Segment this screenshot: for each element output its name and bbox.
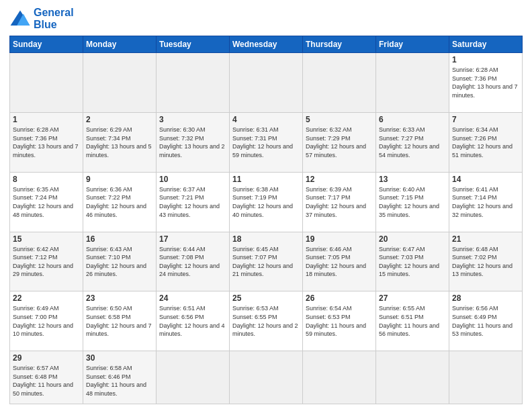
calendar-cell: 15Sunrise: 6:42 AMSunset: 7:12 PMDayligh…	[10, 232, 83, 291]
calendar-cell: 28Sunrise: 6:56 AMSunset: 6:49 PMDayligh…	[449, 291, 523, 351]
day-info: Sunrise: 6:45 AMSunset: 7:07 PMDaylight:…	[232, 245, 300, 279]
calendar-cell: 17Sunrise: 6:44 AMSunset: 7:08 PMDayligh…	[157, 232, 230, 291]
col-tuesday: Tuesday	[157, 36, 230, 53]
calendar-cell: 13Sunrise: 6:40 AMSunset: 7:15 PMDayligh…	[376, 172, 449, 232]
day-number: 29	[13, 353, 80, 363]
calendar-cell: 5Sunrise: 6:32 AMSunset: 7:29 PMDaylight…	[303, 113, 376, 173]
calendar-cell	[230, 351, 303, 404]
day-number: 25	[232, 293, 300, 303]
day-number: 18	[232, 234, 300, 244]
day-info: Sunrise: 6:33 AMSunset: 7:27 PMDaylight:…	[379, 126, 446, 159]
day-info: Sunrise: 6:56 AMSunset: 6:49 PMDaylight:…	[452, 304, 519, 338]
logo-icon	[9, 9, 31, 28]
calendar-row: 15Sunrise: 6:42 AMSunset: 7:12 PMDayligh…	[10, 232, 523, 291]
calendar-cell: 26Sunrise: 6:54 AMSunset: 6:53 PMDayligh…	[303, 291, 376, 351]
calendar-cell: 21Sunrise: 6:48 AMSunset: 7:02 PMDayligh…	[449, 232, 523, 291]
day-number: 22	[13, 293, 80, 303]
calendar-cell: 10Sunrise: 6:37 AMSunset: 7:21 PMDayligh…	[157, 172, 230, 232]
day-number: 30	[86, 353, 153, 363]
day-number: 24	[159, 293, 226, 303]
day-number: 8	[13, 175, 80, 184]
day-number: 6	[379, 115, 446, 124]
calendar-row: 29Sunrise: 6:57 AMSunset: 6:48 PMDayligh…	[10, 351, 523, 404]
day-number: 1	[452, 55, 519, 64]
day-number: 20	[379, 234, 446, 244]
day-info: Sunrise: 6:44 AMSunset: 7:08 PMDaylight:…	[159, 245, 226, 279]
col-friday: Friday	[376, 36, 449, 53]
day-number: 21	[452, 234, 519, 244]
col-sunday: Sunday	[10, 36, 83, 53]
day-info: Sunrise: 6:34 AMSunset: 7:26 PMDaylight:…	[452, 126, 519, 159]
page: General Blue Sunday Monday Tuesday Wedne…	[0, 0, 532, 411]
calendar-row: 22Sunrise: 6:49 AMSunset: 7:00 PMDayligh…	[10, 291, 523, 351]
day-info: Sunrise: 6:51 AMSunset: 6:56 PMDaylight:…	[159, 304, 226, 338]
calendar-cell: 30Sunrise: 6:58 AMSunset: 6:46 PMDayligh…	[83, 351, 157, 404]
calendar-row: 1Sunrise: 6:28 AMSunset: 7:36 PMDaylight…	[10, 113, 523, 173]
day-info: Sunrise: 6:58 AMSunset: 6:46 PMDaylight:…	[86, 364, 153, 398]
day-number: 3	[159, 115, 226, 124]
calendar-cell: 23Sunrise: 6:50 AMSunset: 6:58 PMDayligh…	[83, 291, 157, 351]
day-info: Sunrise: 6:54 AMSunset: 6:53 PMDaylight:…	[306, 304, 373, 338]
logo-text: General Blue	[34, 7, 74, 30]
header-row: Sunday Monday Tuesday Wednesday Thursday…	[10, 36, 523, 53]
calendar-cell: 7Sunrise: 6:34 AMSunset: 7:26 PMDaylight…	[449, 113, 523, 173]
calendar-cell	[157, 53, 230, 113]
day-number: 4	[232, 115, 300, 124]
calendar-cell	[83, 53, 157, 113]
day-number: 16	[86, 234, 153, 244]
calendar-cell: 2Sunrise: 6:29 AMSunset: 7:34 PMDaylight…	[83, 113, 157, 173]
day-number: 27	[379, 293, 446, 303]
calendar-cell: 25Sunrise: 6:53 AMSunset: 6:55 PMDayligh…	[230, 291, 303, 351]
day-number: 1	[13, 115, 80, 124]
day-number: 11	[232, 175, 300, 184]
logo: General Blue	[9, 7, 74, 30]
calendar-cell: 11Sunrise: 6:38 AMSunset: 7:19 PMDayligh…	[230, 172, 303, 232]
calendar-cell	[157, 351, 230, 404]
col-saturday: Saturday	[449, 36, 523, 53]
day-info: Sunrise: 6:53 AMSunset: 6:55 PMDaylight:…	[232, 304, 300, 338]
day-info: Sunrise: 6:42 AMSunset: 7:12 PMDaylight:…	[13, 245, 80, 279]
calendar-cell: 16Sunrise: 6:43 AMSunset: 7:10 PMDayligh…	[83, 232, 157, 291]
day-number: 2	[86, 115, 153, 124]
day-info: Sunrise: 6:41 AMSunset: 7:14 PMDaylight:…	[452, 185, 519, 219]
day-info: Sunrise: 6:32 AMSunset: 7:29 PMDaylight:…	[306, 126, 373, 159]
calendar-cell: 4Sunrise: 6:31 AMSunset: 7:31 PMDaylight…	[230, 113, 303, 173]
day-info: Sunrise: 6:37 AMSunset: 7:21 PMDaylight:…	[159, 185, 226, 219]
calendar-cell: 27Sunrise: 6:55 AMSunset: 6:51 PMDayligh…	[376, 291, 449, 351]
day-number: 10	[159, 175, 226, 184]
calendar-cell	[10, 53, 83, 113]
calendar-cell	[303, 53, 376, 113]
calendar-cell: 1Sunrise: 6:28 AMSunset: 7:36 PMDaylight…	[10, 113, 83, 173]
calendar-cell: 8Sunrise: 6:35 AMSunset: 7:24 PMDaylight…	[10, 172, 83, 232]
calendar-row: 8Sunrise: 6:35 AMSunset: 7:24 PMDaylight…	[10, 172, 523, 232]
header: General Blue	[9, 7, 523, 30]
day-info: Sunrise: 6:39 AMSunset: 7:17 PMDaylight:…	[306, 185, 373, 219]
day-info: Sunrise: 6:47 AMSunset: 7:03 PMDaylight:…	[379, 245, 446, 279]
day-info: Sunrise: 6:48 AMSunset: 7:02 PMDaylight:…	[452, 245, 519, 279]
day-number: 17	[159, 234, 226, 244]
day-number: 7	[452, 115, 519, 124]
day-info: Sunrise: 6:55 AMSunset: 6:51 PMDaylight:…	[379, 304, 446, 338]
col-wednesday: Wednesday	[230, 36, 303, 53]
day-number: 19	[306, 234, 373, 244]
calendar-cell	[376, 53, 449, 113]
day-info: Sunrise: 6:36 AMSunset: 7:22 PMDaylight:…	[86, 185, 153, 219]
calendar-cell: 12Sunrise: 6:39 AMSunset: 7:17 PMDayligh…	[303, 172, 376, 232]
calendar-table: Sunday Monday Tuesday Wednesday Thursday…	[9, 36, 523, 404]
calendar-cell: 1Sunrise: 6:28 AMSunset: 7:36 PMDaylight…	[449, 53, 523, 113]
day-info: Sunrise: 6:28 AMSunset: 7:36 PMDaylight:…	[452, 66, 519, 99]
day-info: Sunrise: 6:38 AMSunset: 7:19 PMDaylight:…	[232, 185, 300, 219]
day-info: Sunrise: 6:46 AMSunset: 7:05 PMDaylight:…	[306, 245, 373, 279]
day-number: 15	[13, 234, 80, 244]
calendar-cell: 18Sunrise: 6:45 AMSunset: 7:07 PMDayligh…	[230, 232, 303, 291]
day-number: 13	[379, 175, 446, 184]
day-info: Sunrise: 6:29 AMSunset: 7:34 PMDaylight:…	[86, 126, 153, 159]
day-number: 12	[306, 175, 373, 184]
day-info: Sunrise: 6:57 AMSunset: 6:48 PMDaylight:…	[13, 364, 80, 398]
col-thursday: Thursday	[303, 36, 376, 53]
calendar-cell: 9Sunrise: 6:36 AMSunset: 7:22 PMDaylight…	[83, 172, 157, 232]
calendar-cell	[376, 351, 449, 404]
calendar-cell: 22Sunrise: 6:49 AMSunset: 7:00 PMDayligh…	[10, 291, 83, 351]
calendar-cell	[449, 351, 523, 404]
calendar-cell	[230, 53, 303, 113]
